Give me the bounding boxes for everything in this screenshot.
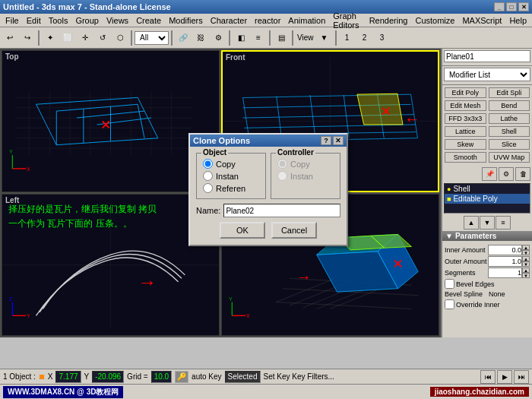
menu-maxscript[interactable]: MAXScript [458,15,505,26]
y-value-field: -20.096 [92,371,124,383]
minimize-button[interactable]: _ [494,2,505,11]
mod-slice[interactable]: Slice [489,139,530,150]
viewport-top[interactable]: Top [2,50,220,192]
bevel-spline-label: Bevel Spline [445,290,486,298]
y-label: Y [84,372,90,381]
ctrl-instance-radio[interactable] [277,171,287,181]
stack-icon-editpoly: ■ [447,195,451,203]
inner-amount-up[interactable]: ▲ [522,245,530,250]
bevel-edges-checkbox[interactable] [445,279,454,289]
parameters-header[interactable]: ▼ Parameters [442,231,532,241]
mod-ffd[interactable]: FFD 3x3x3 [445,113,486,124]
prev-frame-btn[interactable]: ⏮ [480,370,496,384]
segments-input[interactable] [488,268,522,278]
rotate-button[interactable]: ↺ [94,30,111,46]
mod-edit-poly[interactable]: Edit Poly [445,87,486,98]
next-frame-btn[interactable]: ⏭ [514,370,529,384]
mod-edit-mesh[interactable]: Edit Mesh [445,100,486,111]
menu-rendering[interactable]: Rendering [366,15,412,26]
pin-stack-btn[interactable]: 📌 [482,167,497,181]
mod-shell[interactable]: Shell [489,126,530,137]
menu-edit[interactable]: Edit [23,15,45,26]
close-button[interactable]: ✕ [518,2,529,11]
bottom-bar: WWW.3DMAX8.CN @ 3D教程网 jiaoshang.chazidia… [0,384,532,399]
menu-modifiers[interactable]: Modifiers [165,15,207,26]
outer-amount-input[interactable] [488,256,522,267]
reference-radio[interactable] [203,183,213,193]
copy-radio[interactable] [203,159,213,169]
menu-create[interactable]: Create [132,15,165,26]
svg-line-32 [310,95,315,138]
cancel-button[interactable]: Cancel [271,222,317,239]
ctrl-copy-radio[interactable] [277,159,287,169]
menu-character[interactable]: Character [207,15,251,26]
menu-group[interactable]: Group [71,15,103,26]
menu-tools[interactable]: Tools [45,15,72,26]
toolbar-sep-2 [131,30,132,46]
render2-button[interactable]: 2 [356,30,373,46]
view-dropdown-btn[interactable]: ▼ [316,30,333,46]
mod-edit-spline[interactable]: Edit Spli [489,87,530,98]
inner-amount-input[interactable] [488,245,522,255]
mod-skew[interactable]: Skew [445,139,486,150]
menu-graph-editors[interactable]: Graph Editors [329,11,365,30]
dialog-title-label: Clone Options [193,136,250,145]
scale-button[interactable]: ⬡ [112,30,128,46]
menu-customize[interactable]: Customize [411,15,458,26]
menu-animation[interactable]: Animation [284,15,329,26]
bind-button[interactable]: ⚙ [210,30,226,46]
mod-uvw[interactable]: UVW Map [489,152,530,163]
selected-field: Selected [225,371,261,383]
toolbar-sep-6 [292,30,293,46]
stack-nav-down[interactable]: ▼ [480,216,495,230]
select-button[interactable]: ✦ [42,30,59,46]
menu-reactor[interactable]: reactor [251,15,284,26]
outer-amount-up[interactable]: ▲ [522,256,530,261]
dialog-help-btn[interactable]: ? [321,136,331,145]
instance-radio[interactable] [203,171,213,181]
main-toolbar: ↩ ↪ ✦ ⬜ ✛ ↺ ⬡ All 🔗 ⛓ ⚙ ◧ ≡ ▤ View ▼ 1 2… [0,27,532,49]
render3-button[interactable]: 3 [374,30,391,46]
stack-item-editpoly[interactable]: ■ Editable Poly [445,194,530,204]
segments-up[interactable]: ▲ [522,268,530,273]
object-name-input[interactable] [444,50,530,62]
play-btn[interactable]: ▶ [497,370,512,384]
dialog-close-btn[interactable]: ✕ [333,136,344,145]
modifier-list-dropdown[interactable]: Modifier List [444,68,530,81]
object-indicator [39,374,45,380]
outer-amount-down[interactable]: ▼ [522,261,530,267]
layer-button[interactable]: ▤ [273,30,290,46]
viewport-left[interactable]: Left 择压好的是瓦片，继后我们复制 拷贝一个作为 瓦片下面的 压条。。 [2,194,220,336]
ok-button[interactable]: OK [220,222,265,239]
override-inner-checkbox[interactable] [445,299,454,309]
move-button[interactable]: ✛ [77,30,93,46]
stack-show-end[interactable]: ≡ [496,216,511,230]
mirror-button[interactable]: ◧ [233,30,249,46]
mod-lattice[interactable]: Lattice [445,126,486,137]
menu-views[interactable]: Views [103,15,132,26]
clone-options-dialog[interactable]: Clone Options ? ✕ Object Copy Instan [188,133,348,246]
link-button[interactable]: 🔗 [175,30,192,46]
mod-bend[interactable]: Bend [489,100,530,111]
select-region-button[interactable]: ⬜ [59,30,76,46]
redo-button[interactable]: ↪ [19,30,36,46]
delete-mod-btn[interactable]: 🗑 [515,167,530,181]
mod-smooth[interactable]: Smooth [445,152,486,163]
menu-help[interactable]: Help [505,15,530,26]
filter-dropdown[interactable]: All [135,31,169,45]
render-button[interactable]: 1 [339,30,356,46]
stack-item-shell[interactable]: ● Shell [445,184,530,194]
config-btn[interactable]: ⚙ [499,167,514,181]
dialog-sections-row: Object Copy Instan Referen [196,153,340,199]
align-button[interactable]: ≡ [250,30,267,46]
inner-amount-down[interactable]: ▼ [522,250,530,255]
unlink-button[interactable]: ⛓ [192,30,209,46]
maximize-button[interactable]: □ [506,2,517,11]
mod-lathe[interactable]: Lathe [489,113,530,124]
stack-nav-up[interactable]: ▲ [464,216,479,230]
menu-file[interactable]: File [2,15,23,26]
undo-button[interactable]: ↩ [2,30,18,46]
name-input[interactable] [223,204,340,217]
segments-down[interactable]: ▼ [522,273,530,278]
object-section-label: Object [201,148,228,157]
